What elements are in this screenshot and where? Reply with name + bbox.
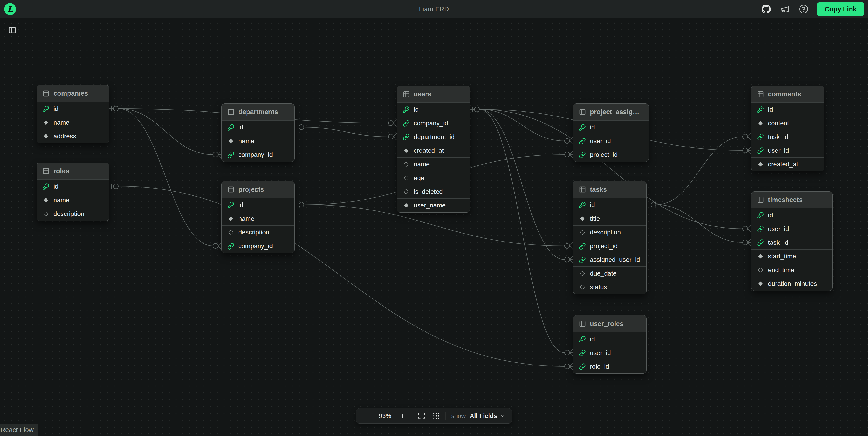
column-roles-description[interactable]: description [37,207,109,221]
cardinality-circle-marker [565,152,569,157]
column-users-age[interactable]: age [397,171,470,185]
column-departments-company_id[interactable]: company_id [222,148,294,162]
column-timesheets-id[interactable]: id [751,209,832,222]
github-icon[interactable] [761,4,772,14]
primary-key-icon [42,183,50,190]
column-projects-description[interactable]: description [222,225,294,239]
table-header-roles[interactable]: roles [37,163,109,180]
column-timesheets-user_id[interactable]: user_id [751,222,832,236]
column-departments-name[interactable]: name [222,134,294,148]
column-timesheets-task_id[interactable]: task_id [751,236,832,249]
primary-key-icon [227,201,235,209]
column-label: address [54,133,76,140]
column-project_assignments-user_id[interactable]: user_id [573,134,649,148]
table-header-users[interactable]: users [397,86,470,103]
column-users-created_at[interactable]: created_at [397,144,470,157]
edge-users.id-project_assignments.user_id [479,110,565,141]
cardinality-circle-marker [474,107,479,112]
column-users-is_deleted[interactable]: is_deleted [397,185,470,198]
column-label: name [238,137,254,145]
column-companies-id[interactable]: id [37,102,109,116]
nullable-diamond-icon [757,267,764,274]
table-header-project_assignments[interactable]: project_assignme... [573,104,649,121]
column-user_roles-user_id[interactable]: user_id [573,346,646,360]
not-null-diamond-icon [757,280,764,287]
column-project_assignments-project_id[interactable]: project_id [573,148,649,162]
table-header-companies[interactable]: companies [37,85,109,102]
column-tasks-description[interactable]: description [573,225,646,239]
column-timesheets-duration_minutes[interactable]: duration_minutes [751,277,832,290]
zoom-out-button[interactable]: − [362,411,373,421]
column-timesheets-start_time[interactable]: start_time [751,249,832,263]
zoom-in-button[interactable]: + [397,411,408,421]
top-bar: L Liam ERD Copy Link [0,0,868,18]
table-header-comments[interactable]: comments [751,86,824,103]
table-users[interactable]: usersidcompany_iddepartment_idcreated_at… [397,86,470,213]
column-users-name[interactable]: name [397,157,470,171]
megaphone-icon[interactable] [779,4,790,14]
table-header-departments[interactable]: departments [222,104,294,121]
column-departments-id[interactable]: id [222,121,294,134]
column-projects-name[interactable]: name [222,212,294,225]
column-tasks-due_date[interactable]: due_date [573,267,646,280]
column-roles-id[interactable]: id [37,180,109,193]
cardinality-marker [569,363,573,370]
column-user_roles-role_id[interactable]: role_id [573,360,646,373]
table-header-projects[interactable]: projects [222,181,294,198]
table-companies[interactable]: companiesidnameaddress [36,85,109,143]
table-title: users [414,90,431,98]
column-comments-created_at[interactable]: created_at [751,157,824,171]
page-title: Liam ERD [0,5,868,13]
table-comments[interactable]: commentsidcontenttask_iduser_idcreated_a… [751,86,825,172]
tidy-up-icon[interactable] [431,411,441,421]
table-header-timesheets[interactable]: timesheets [751,191,832,209]
react-flow-attribution[interactable]: React Flow [0,424,38,436]
table-header-tasks[interactable]: tasks [573,181,646,198]
cardinality-circle-marker [565,243,569,248]
table-roles[interactable]: rolesidnamedescription [36,162,109,221]
column-user_roles-id[interactable]: id [573,332,646,346]
column-companies-address[interactable]: address [37,129,109,143]
column-timesheets-end_time[interactable]: end_time [751,263,832,277]
column-users-company_id[interactable]: company_id [397,117,470,130]
column-tasks-assigned_user_id[interactable]: assigned_user_id [573,253,646,267]
column-tasks-status[interactable]: status [573,280,646,294]
table-timesheets[interactable]: timesheetsiduser_idtask_idstart_timeend_… [751,191,833,291]
column-tasks-title[interactable]: title [573,212,646,225]
sidebar-toggle-button[interactable] [6,24,19,36]
show-mode-dropdown[interactable]: All Fields [470,412,506,419]
column-label: name [238,215,254,222]
table-header-user_roles[interactable]: user_roles [573,315,646,332]
help-icon[interactable] [798,4,809,14]
column-users-department_id[interactable]: department_id [397,130,470,144]
column-label: description [590,229,621,236]
column-roles-name[interactable]: name [37,193,109,207]
table-tasks[interactable]: tasksidtitledescriptionproject_idassigne… [573,181,647,294]
column-tasks-project_id[interactable]: project_id [573,239,646,253]
column-projects-company_id[interactable]: company_id [222,239,294,253]
column-tasks-id[interactable]: id [573,198,646,212]
nullable-diamond-icon [402,161,410,168]
nullable-diamond-icon [579,270,586,277]
column-projects-id[interactable]: id [222,198,294,212]
column-project_assignments-id[interactable]: id [573,121,649,134]
cardinality-circle-marker [213,243,218,248]
column-comments-content[interactable]: content [751,117,824,130]
table-projects[interactable]: projectsidnamedescriptioncompany_id [221,181,294,253]
table-icon [227,186,235,193]
topbar-actions: Copy Link [761,0,864,18]
table-user_roles[interactable]: user_rolesiduser_idrole_id [573,315,647,374]
column-companies-name[interactable]: name [37,116,109,129]
copy-link-button[interactable]: Copy Link [817,2,864,16]
fit-view-icon[interactable] [416,411,427,421]
table-departments[interactable]: departmentsidnamecompany_id [221,103,294,162]
cardinality-circle-marker [565,364,569,369]
column-comments-task_id[interactable]: task_id [751,130,824,144]
erd-canvas[interactable]: companiesidnameaddressrolesidnamedescrip… [0,18,868,436]
cardinality-circle-marker [743,226,748,231]
table-project_assignments[interactable]: project_assignme...iduser_idproject_id [573,103,649,162]
column-comments-id[interactable]: id [751,103,824,117]
column-comments-user_id[interactable]: user_id [751,144,824,157]
column-users-user_name[interactable]: user_name [397,198,470,212]
column-users-id[interactable]: id [397,103,470,117]
